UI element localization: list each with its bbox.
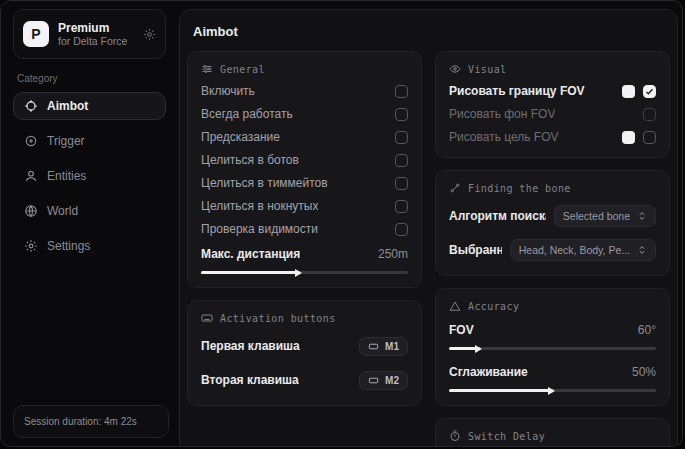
visual-label: Рисовать границу FOV [449,84,585,98]
visual-card: Visual Рисовать границу FOV [435,51,670,158]
bone-card-header: Finding the bone [449,182,656,194]
slider-label: FOV [449,323,474,337]
card-title: Finding the bone [468,183,571,194]
toggle-label: Целиться в ботов [201,153,299,167]
key-icon [368,375,379,386]
fov-slider[interactable] [449,347,656,350]
toggle-label: Всегда работать [201,107,293,121]
bone-card: Finding the bone Алгоритм поиска кост Se… [435,170,670,276]
toggle-label: Целиться в нокнутых [201,199,318,213]
card-title: Activation buttons [220,313,336,324]
checkbox[interactable] [395,177,408,190]
keybind-row: Первая клавиша M1 [201,334,408,358]
sidebar-item-settings[interactable]: Settings [13,232,166,260]
checkbox[interactable] [395,108,408,121]
sidebar: P Premium for Delta Force Category Aimbo… [1,1,178,446]
select-value: Head, Neck, Body, Pe... [519,244,630,256]
trigger-icon [24,134,38,148]
toggle-row: Предсказание [201,130,408,144]
card-title: Visual [468,64,507,75]
sliders-icon [201,63,213,75]
switch-delay-card-header: Switch Delay [449,430,656,442]
toggle-label: Целиться в тиммейтов [201,176,328,190]
select-value: Selected bone [563,210,630,222]
checkbox[interactable] [395,154,408,167]
slider-value: 50% [632,365,656,379]
toggle-row: Включить [201,84,408,98]
keybind-label: Первая клавиша [201,339,300,353]
settings-gear-icon [24,239,38,253]
sidebar-item-world[interactable]: World [13,197,166,225]
slider-value: 60° [638,323,656,337]
session-duration: Session duration: 4m 22s [24,416,158,427]
general-card-header: General [201,63,408,75]
entities-icon [24,169,38,183]
visual-row: Рисовать фон FOV [449,107,656,121]
checkbox[interactable] [395,85,408,98]
color-swatch[interactable] [622,85,635,98]
page-title: Aimbot [193,24,670,39]
check-icon [645,87,654,96]
toggle-row: Проверка видимости [201,222,408,236]
keybind-key: M1 [385,341,399,352]
keybind-button[interactable]: M2 [359,371,408,390]
key-icon [368,341,379,352]
slider-fill[interactable] [449,389,553,392]
main-panel: Aimbot General Включить [179,9,678,447]
keybind-label: Вторая клавиша [201,373,299,387]
bone-label: Алгоритм поиска кост [449,209,546,223]
slider-fill[interactable] [449,347,480,350]
max-distance-slider[interactable] [201,271,408,274]
sidebar-item-label: Settings [47,239,90,253]
gear-icon[interactable] [143,28,156,41]
bone-label: Выбранные кос [449,243,502,257]
session-card: Session duration: 4m 22s [13,405,169,438]
left-column: General Включить Всегда работать Предска… [187,51,422,406]
selected-bones-select[interactable]: Head, Neck, Body, Pe... [510,239,656,261]
color-swatch[interactable] [622,131,635,144]
brand-text: Premium for Delta Force [58,21,134,48]
keyboard-icon [201,312,213,324]
brand-title: Premium [58,21,134,35]
checkbox[interactable] [643,85,656,98]
sidebar-item-label: World [47,204,78,218]
card-title: General [220,64,265,75]
visual-label: Рисовать цель FOV [449,130,559,144]
sidebar-item-label: Entities [47,169,86,183]
slider-fill[interactable] [201,271,300,274]
app-window: P Premium for Delta Force Category Aimbo… [0,0,683,447]
chevrons-up-down-icon [637,245,647,255]
visual-row: Рисовать цель FOV [449,130,656,144]
checkbox[interactable] [643,131,656,144]
sidebar-item-label: Trigger [47,134,85,148]
sidebar-item-aimbot[interactable]: Aimbot [13,92,166,120]
smoothing-slider[interactable] [449,389,656,392]
checkbox[interactable] [395,223,408,236]
bone-row: Алгоритм поиска кост Selected bone [449,204,656,228]
columns: General Включить Всегда работать Предска… [187,51,670,447]
visual-row: Рисовать границу FOV [449,84,656,98]
sidebar-item-trigger[interactable]: Trigger [13,127,166,155]
keybind-button[interactable]: M1 [359,337,408,356]
visual-label: Рисовать фон FOV [449,107,555,121]
right-column: Visual Рисовать границу FOV [435,51,670,447]
checkbox[interactable] [395,200,408,213]
globe-icon [24,204,38,218]
slider-label: Сглаживание [449,365,528,379]
checkbox[interactable] [395,131,408,144]
visual-card-header: Visual [449,63,656,75]
bone-icon [449,182,461,194]
bone-algorithm-select[interactable]: Selected bone [554,205,656,227]
checkbox[interactable] [643,108,656,121]
sidebar-item-entities[interactable]: Entities [13,162,166,190]
slider-label-row: FOV 60° [449,323,656,337]
slider-label-row: Макс. дистанция 250m [201,247,408,261]
eye-icon [449,63,461,75]
card-title: Switch Delay [468,431,545,442]
crosshair-icon [24,99,38,113]
keybind-key: M2 [385,375,399,386]
activation-card-header: Activation buttons [201,312,408,324]
slider-value: 250m [378,247,408,261]
keybind-row: Вторая клавиша M2 [201,368,408,392]
toggle-row: Всегда работать [201,107,408,121]
